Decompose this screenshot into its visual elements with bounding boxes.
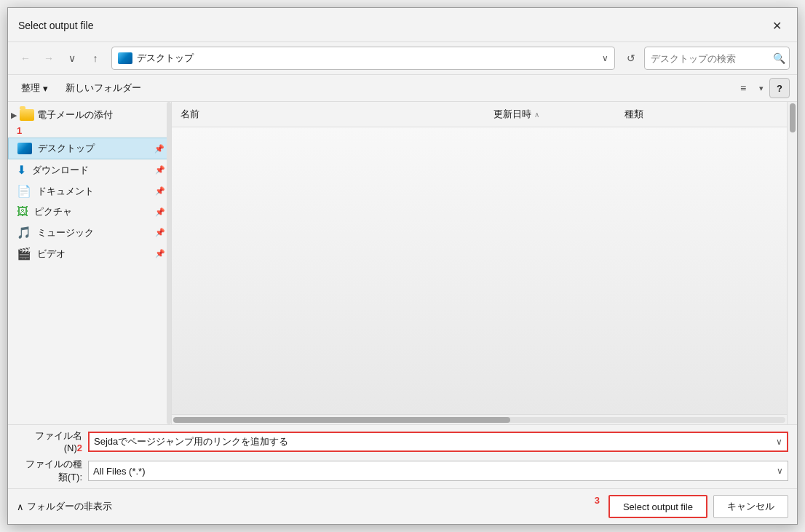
forward-button[interactable]: → — [39, 48, 59, 68]
address-text: デスクトップ — [137, 52, 602, 65]
dropdown-button[interactable]: ∨ — [62, 48, 82, 68]
filetype-dropdown-icon[interactable]: ∨ — [777, 466, 783, 476]
select-output-button[interactable]: Select output file — [608, 495, 707, 518]
search-icon: 🔍 — [773, 52, 785, 64]
pictures-pin-icon: 📌 — [155, 207, 165, 217]
pictures-icon: 🖼 — [17, 205, 28, 218]
folder-toggle-label: フォルダーの非表示 — [27, 500, 112, 513]
col-header-type[interactable]: 種類 — [616, 105, 787, 124]
title-bar: Select output file ✕ — [8, 8, 797, 42]
col-type-label: 種類 — [624, 108, 643, 121]
sidebar-item-pictures[interactable]: 🖼 ピクチャ 📌 — [8, 202, 171, 222]
sidebar-pictures-label: ピクチャ — [34, 205, 72, 218]
badge-1-area: 1 — [8, 125, 171, 138]
folder-toggle-icon: ∧ — [17, 501, 24, 512]
desktop-icon — [17, 143, 32, 154]
action-buttons: 3 Select output file キャンセル — [595, 495, 788, 518]
music-pin-icon: 📌 — [155, 228, 165, 237]
col-header-date[interactable]: 更新日時 ∧ — [485, 105, 616, 124]
sidebar-desktop-label: デスクトップ — [38, 142, 95, 155]
organize-button[interactable]: 整理 ▾ — [15, 79, 54, 98]
up-button[interactable]: ↑ — [85, 48, 106, 68]
view-dropdown-icon: ▾ — [759, 84, 764, 93]
filetype-row: ファイルの種類(T): All Files (*.*) ∨ — [17, 458, 788, 484]
badge-1: 1 — [17, 125, 22, 136]
filename-input[interactable] — [94, 436, 776, 447]
documents-icon: 📄 — [17, 184, 31, 198]
sidebar-group-email[interactable]: ▶ 電子メールの添付 — [8, 105, 171, 125]
new-folder-label: 新しいフォルダー — [66, 82, 141, 95]
file-list — [172, 127, 787, 414]
scrollbar-h-track — [173, 417, 785, 423]
sort-arrow-icon: ∧ — [534, 111, 539, 119]
vertical-scrollbar[interactable] — [787, 102, 797, 424]
filetype-value: All Files (*.*) — [93, 466, 777, 477]
badge-3: 3 — [595, 495, 600, 518]
action-bar: ∧ フォルダーの非表示 3 Select output file キャンセル — [8, 488, 797, 524]
download-icon: ⬇ — [17, 163, 26, 177]
sidebar-documents-label: ドキュメント — [37, 185, 94, 198]
close-button[interactable]: ✕ — [766, 15, 787, 36]
address-bar[interactable]: デスクトップ ∨ — [111, 47, 615, 70]
back-button[interactable]: ← — [15, 48, 36, 68]
empty-file-area — [172, 127, 787, 414]
address-folder-icon — [118, 52, 132, 64]
view-icon: ≡ — [740, 82, 746, 94]
filename-label: ファイル名(N)2 — [17, 429, 82, 453]
sidebar-item-download[interactable]: ⬇ ダウンロード 📌 — [8, 159, 171, 180]
email-folder-icon — [20, 109, 34, 121]
search-bar[interactable]: 🔍 — [644, 47, 790, 70]
sidebar-download-label: ダウンロード — [32, 164, 89, 177]
sidebar: ▶ 電子メールの添付 1 デスクトップ 📌 ⬇ ダウンロード 📌 — [8, 102, 172, 424]
horizontal-scrollbar[interactable] — [172, 414, 787, 424]
sidebar-video-label: ビデオ — [37, 247, 66, 261]
search-input[interactable] — [651, 53, 773, 64]
group-expand-icon: ▶ — [11, 111, 17, 120]
filename-row: ファイル名(N)2 ∨ — [17, 429, 788, 453]
bottom-bar: ファイル名(N)2 ∨ ファイルの種類(T): All Files (*.*) … — [8, 424, 797, 488]
organize-dropdown-icon: ▾ — [43, 83, 48, 94]
scrollbar-h-thumb — [173, 417, 510, 423]
sidebar-item-documents[interactable]: 📄 ドキュメント 📌 — [8, 180, 171, 202]
cancel-button[interactable]: キャンセル — [713, 495, 788, 518]
filename-input-wrap[interactable]: ∨ — [88, 432, 788, 452]
desktop-pin-icon: 📌 — [154, 144, 164, 154]
sidebar-scrollbar[interactable] — [167, 102, 171, 424]
video-icon: 🎬 — [17, 247, 31, 261]
filename-dropdown-icon[interactable]: ∨ — [776, 437, 782, 447]
toolbar: 整理 ▾ 新しいフォルダー ≡ ▾ ? — [8, 75, 797, 102]
address-dropdown-icon[interactable]: ∨ — [602, 53, 608, 63]
file-header: 名前 更新日時 ∧ 種類 — [172, 102, 787, 127]
music-icon: 🎵 — [17, 226, 31, 239]
dialog-title: Select output file — [18, 20, 94, 31]
scrollbar-v-thumb — [790, 103, 796, 132]
sidebar-item-music[interactable]: 🎵 ミュージック 📌 — [8, 222, 171, 243]
folder-toggle[interactable]: ∧ フォルダーの非表示 — [17, 500, 112, 513]
main-content: ▶ 電子メールの添付 1 デスクトップ 📌 ⬇ ダウンロード 📌 — [8, 102, 797, 424]
filetype-label: ファイルの種類(T): — [17, 458, 82, 484]
view-button[interactable]: ≡ — [733, 78, 753, 98]
download-pin-icon: 📌 — [155, 165, 165, 175]
documents-pin-icon: 📌 — [155, 186, 165, 196]
organize-label: 整理 — [21, 82, 40, 95]
filename-label-text: ファイル名(N) — [35, 430, 82, 453]
sidebar-item-video[interactable]: 🎬 ビデオ 📌 — [8, 243, 171, 264]
col-name-label: 名前 — [181, 108, 199, 121]
sidebar-item-desktop[interactable]: デスクトップ 📌 — [8, 138, 171, 159]
sidebar-music-label: ミュージック — [37, 226, 94, 239]
col-header-name[interactable]: 名前 — [172, 105, 485, 124]
video-pin-icon: 📌 — [155, 249, 165, 258]
help-button[interactable]: ? — [769, 78, 790, 98]
refresh-button[interactable]: ↺ — [621, 48, 641, 68]
nav-bar: ← → ∨ ↑ デスクトップ ∨ ↺ 🔍 — [8, 42, 797, 75]
file-area: 名前 更新日時 ∧ 種類 — [172, 102, 787, 424]
sidebar-group-label: 電子メールの添付 — [37, 108, 113, 122]
filetype-select-wrap[interactable]: All Files (*.*) ∨ — [88, 461, 788, 481]
new-folder-button[interactable]: 新しいフォルダー — [60, 79, 147, 98]
file-dialog: Select output file ✕ ← → ∨ ↑ デスクトップ ∨ ↺ … — [7, 7, 798, 525]
col-date-label: 更新日時 — [493, 108, 531, 121]
badge-2: 2 — [77, 442, 82, 453]
